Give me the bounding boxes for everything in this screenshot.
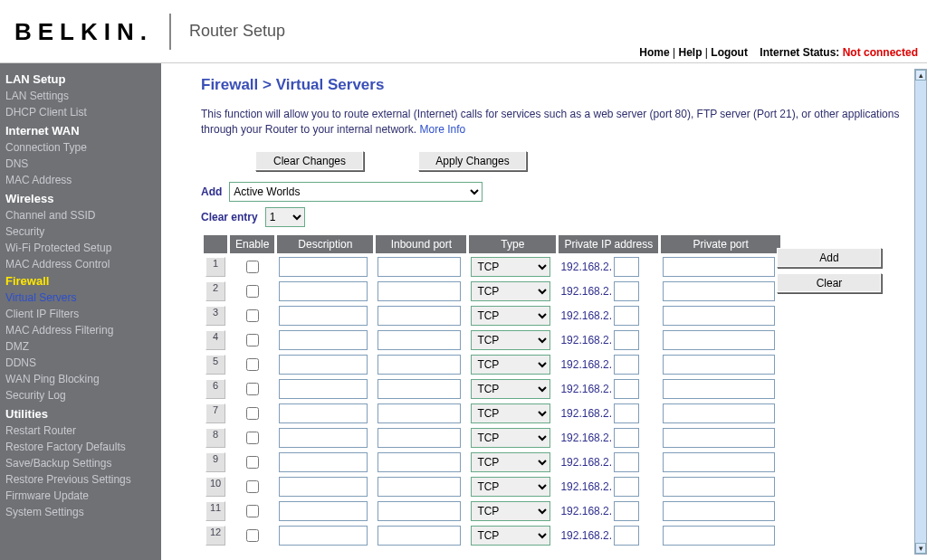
private-ip-input[interactable] xyxy=(614,330,639,350)
clear-changes-button[interactable]: Clear Changes xyxy=(255,151,364,171)
sidebar-wi-fi-protected-setup[interactable]: Wi-Fi Protected Setup xyxy=(5,240,161,256)
inbound-port-input[interactable] xyxy=(377,379,461,399)
sidebar-lan-settings[interactable]: LAN Settings xyxy=(5,88,161,104)
more-info-link[interactable]: More Info xyxy=(419,123,465,136)
private-ip-input[interactable] xyxy=(614,257,639,277)
private-port-input[interactable] xyxy=(663,355,775,375)
type-select[interactable]: TCP xyxy=(471,306,550,326)
private-ip-input[interactable] xyxy=(614,526,639,546)
private-port-input[interactable] xyxy=(663,526,775,546)
sidebar-firewall[interactable]: Firewall xyxy=(5,272,161,289)
private-port-input[interactable] xyxy=(663,428,775,448)
inbound-port-input[interactable] xyxy=(377,452,461,472)
enable-checkbox[interactable] xyxy=(246,383,259,395)
type-select[interactable]: TCP xyxy=(471,355,550,375)
private-port-input[interactable] xyxy=(663,306,775,326)
enable-checkbox[interactable] xyxy=(246,309,259,322)
private-port-input[interactable] xyxy=(663,379,775,399)
enable-checkbox[interactable] xyxy=(246,505,259,517)
link-logout[interactable]: Logout xyxy=(711,46,748,59)
private-ip-input[interactable] xyxy=(614,379,639,399)
scrollbar[interactable]: ▴ ▾ xyxy=(914,69,927,555)
link-help[interactable]: Help xyxy=(678,46,702,59)
sidebar-dmz[interactable]: DMZ xyxy=(5,338,161,355)
inbound-port-input[interactable] xyxy=(377,403,461,423)
type-select[interactable]: TCP xyxy=(471,257,550,277)
private-port-input[interactable] xyxy=(663,452,775,472)
clear-entry-select[interactable]: 1 xyxy=(265,207,305,227)
sidebar-connection-type[interactable]: Connection Type xyxy=(5,139,161,156)
sidebar-system-settings[interactable]: System Settings xyxy=(5,504,161,520)
sidebar-mac-address[interactable]: MAC Address xyxy=(5,172,161,188)
description-input[interactable] xyxy=(279,330,368,350)
private-ip-input[interactable] xyxy=(614,477,639,497)
private-ip-input[interactable] xyxy=(614,452,639,472)
enable-checkbox[interactable] xyxy=(246,358,259,371)
sidebar-channel-and-ssid[interactable]: Channel and SSID xyxy=(5,207,161,223)
inbound-port-input[interactable] xyxy=(377,306,461,326)
sidebar-restore-previous-settings[interactable]: Restore Previous Settings xyxy=(5,471,161,488)
description-input[interactable] xyxy=(279,477,368,497)
private-port-input[interactable] xyxy=(663,403,775,423)
private-ip-input[interactable] xyxy=(614,281,639,301)
private-ip-input[interactable] xyxy=(614,355,639,375)
description-input[interactable] xyxy=(279,306,368,326)
description-input[interactable] xyxy=(279,379,368,399)
inbound-port-input[interactable] xyxy=(377,355,461,375)
sidebar-restart-router[interactable]: Restart Router xyxy=(5,422,161,439)
sidebar-security-log[interactable]: Security Log xyxy=(5,387,161,403)
description-input[interactable] xyxy=(279,281,368,301)
inbound-port-input[interactable] xyxy=(377,428,461,448)
sidebar-firmware-update[interactable]: Firmware Update xyxy=(5,488,161,504)
sidebar-ddns[interactable]: DDNS xyxy=(5,355,161,371)
description-input[interactable] xyxy=(279,452,368,472)
scroll-down-icon[interactable]: ▾ xyxy=(915,543,926,554)
add-service-select[interactable]: Active Worlds xyxy=(229,182,483,202)
sidebar-save-backup-settings[interactable]: Save/Backup Settings xyxy=(5,455,161,471)
private-ip-input[interactable] xyxy=(614,428,639,448)
private-port-input[interactable] xyxy=(663,330,775,350)
private-ip-input[interactable] xyxy=(614,501,639,521)
add-button[interactable]: Add xyxy=(777,248,882,268)
sidebar-dhcp-client-list[interactable]: DHCP Client List xyxy=(5,104,161,120)
private-ip-input[interactable] xyxy=(614,306,639,326)
description-input[interactable] xyxy=(279,355,368,375)
private-port-input[interactable] xyxy=(663,501,775,521)
private-port-input[interactable] xyxy=(663,257,775,277)
inbound-port-input[interactable] xyxy=(377,526,461,546)
enable-checkbox[interactable] xyxy=(246,480,259,493)
sidebar-client-ip-filters[interactable]: Client IP Filters xyxy=(5,306,161,322)
type-select[interactable]: TCP xyxy=(471,501,550,521)
sidebar-restore-factory-defaults[interactable]: Restore Factory Defaults xyxy=(5,439,161,455)
private-ip-input[interactable] xyxy=(614,403,639,423)
type-select[interactable]: TCP xyxy=(471,379,550,399)
description-input[interactable] xyxy=(279,257,368,277)
link-home[interactable]: Home xyxy=(639,46,669,59)
inbound-port-input[interactable] xyxy=(377,257,461,277)
description-input[interactable] xyxy=(279,403,368,423)
enable-checkbox[interactable] xyxy=(246,334,259,346)
type-select[interactable]: TCP xyxy=(471,330,550,350)
inbound-port-input[interactable] xyxy=(377,477,461,497)
apply-changes-button[interactable]: Apply Changes xyxy=(418,151,527,171)
description-input[interactable] xyxy=(279,526,368,546)
sidebar-mac-address-filtering[interactable]: MAC Address Filtering xyxy=(5,322,161,338)
enable-checkbox[interactable] xyxy=(246,529,259,542)
inbound-port-input[interactable] xyxy=(377,281,461,301)
sidebar-mac-address-control[interactable]: MAC Address Control xyxy=(5,256,161,272)
sidebar-dns[interactable]: DNS xyxy=(5,156,161,172)
type-select[interactable]: TCP xyxy=(471,526,550,546)
sidebar-virtual-servers[interactable]: Virtual Servers xyxy=(5,289,161,306)
enable-checkbox[interactable] xyxy=(246,407,259,420)
enable-checkbox[interactable] xyxy=(246,456,259,469)
inbound-port-input[interactable] xyxy=(377,330,461,350)
enable-checkbox[interactable] xyxy=(246,261,259,273)
private-port-input[interactable] xyxy=(663,477,775,497)
type-select[interactable]: TCP xyxy=(471,281,550,301)
sidebar-wan-ping-blocking[interactable]: WAN Ping Blocking xyxy=(5,371,161,387)
description-input[interactable] xyxy=(279,428,368,448)
type-select[interactable]: TCP xyxy=(471,452,550,472)
enable-checkbox[interactable] xyxy=(246,285,259,298)
type-select[interactable]: TCP xyxy=(471,477,550,497)
type-select[interactable]: TCP xyxy=(471,403,550,423)
